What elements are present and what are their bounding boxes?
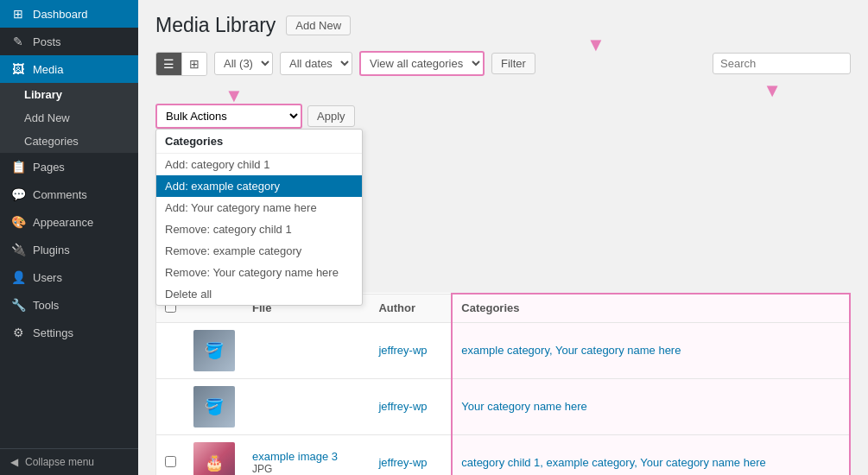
row1-thumbnail: 🪣 [193, 330, 235, 371]
sidebar-item-settings[interactable]: ⚙ Settings [0, 319, 138, 346]
row3-file-cell: example image 3 JPG [244, 434, 370, 475]
dropdown-item-add-child[interactable]: Add: category child 1 [156, 154, 362, 175]
view-toggle: ☰ ⊞ [155, 52, 207, 76]
table-row: 🎂 example image 3 JPG jeffrey-wp categor… [156, 434, 851, 475]
search-down-arrow-icon: ▼ [763, 79, 782, 102]
page-title: Media Library [155, 14, 276, 37]
row3-file-type: JPG [252, 463, 361, 475]
arrow-indicator-top: ▼ [527, 35, 665, 54]
sidebar-item-users[interactable]: 👤 Users [0, 263, 138, 291]
sidebar-item-label: Plugins [33, 244, 70, 256]
dropdown-item-add-example[interactable]: Add: example category [156, 175, 362, 197]
collapse-label: Collapse menu [25, 456, 94, 468]
comments-icon: 💬 [10, 187, 26, 201]
media-icon: 🖼 [10, 62, 26, 76]
dropdown-item-remove-child[interactable]: Remove: category child 1 [156, 218, 362, 240]
dropdown-item-remove-example[interactable]: Remove: example category [156, 240, 362, 262]
sidebar-item-label: Comments [33, 188, 87, 201]
apply-top-button[interactable]: Apply [307, 105, 355, 127]
sidebar-item-media[interactable]: 🖼 Media [0, 55, 138, 83]
row1-author-link[interactable]: jeffrey-wp [378, 344, 427, 357]
row1-checkbox-cell [156, 322, 186, 378]
row2-thumb-cell: 🪣 [185, 378, 244, 434]
dates-filter-select[interactable]: All dates [280, 52, 352, 75]
sidebar-sub-categories[interactable]: Categories [0, 130, 138, 153]
down-arrow-icon: ▼ [586, 35, 605, 54]
bulk-arrow-area: ▼ [225, 85, 244, 107]
sidebar-item-label: Dashboard [33, 8, 88, 21]
bulk-down-arrow-icon: ▼ [225, 85, 244, 106]
page-title-row: Media Library Add New [155, 14, 851, 37]
sidebar-item-appearance[interactable]: 🎨 Appearance [0, 208, 138, 236]
add-new-button[interactable]: Add New [286, 16, 351, 35]
bulk-top-row: ▼ Bulk Actions Apply [155, 104, 851, 129]
row3-checkbox[interactable] [165, 456, 176, 467]
row2-categories: Your category name here [461, 400, 587, 413]
collapse-menu[interactable]: ◀ Collapse menu [0, 448, 138, 475]
row1-author-cell: jeffrey-wp [370, 322, 452, 378]
row2-categories-cell: Your category name here [452, 378, 850, 434]
th-author: Author [370, 294, 452, 322]
dashboard-icon: ⊞ [10, 7, 26, 21]
row2-author-link[interactable]: jeffrey-wp [378, 400, 427, 413]
search-arrow-area: ▼ [155, 79, 782, 102]
sidebar-item-tools[interactable]: 🔧 Tools [0, 291, 138, 319]
view-categories-select[interactable]: View all categories [359, 51, 485, 76]
grid-view-button[interactable]: ⊞ [181, 53, 206, 75]
appearance-icon: 🎨 [10, 215, 26, 229]
row3-author-link[interactable]: jeffrey-wp [378, 456, 427, 469]
search-input[interactable] [713, 53, 851, 74]
row1-categories-cell: example category, Your category name her… [452, 322, 850, 378]
sidebar: ⊞ Dashboard ✎ Posts 🖼 Media Library Add … [0, 0, 138, 475]
row1-file-cell [244, 322, 370, 378]
media-submenu: Library Add New Categories [0, 83, 138, 153]
sidebar-item-comments[interactable]: 💬 Comments [0, 180, 138, 208]
row3-author-cell: jeffrey-wp [370, 434, 452, 475]
row1-categories: example category, Your category name her… [461, 344, 681, 357]
settings-icon: ⚙ [10, 326, 26, 339]
row3-categories-cell: category child 1, example category, Your… [452, 434, 850, 475]
all-filter-select[interactable]: All (3) [214, 52, 273, 75]
bulk-actions-top-select[interactable]: Bulk Actions [155, 104, 302, 129]
row2-file-cell [244, 378, 370, 434]
filter-button[interactable]: Filter [491, 53, 535, 74]
main-content: Media Library Add New ▼ ☰ ⊞ All (3) All … [138, 0, 868, 475]
pages-icon: 📋 [10, 160, 26, 174]
users-icon: 👤 [10, 270, 26, 284]
table-row: 🪣 jeffrey-wp Your category name here [156, 378, 851, 434]
dropdown-item-remove-your[interactable]: Remove: Your category name here [156, 262, 362, 283]
sidebar-sub-add-new[interactable]: Add New [0, 106, 138, 130]
sidebar-item-posts[interactable]: ✎ Posts [0, 28, 138, 55]
th-categories: Categories [452, 294, 850, 322]
table-row: 🪣 jeffrey-wp example category, Your cate… [156, 322, 851, 378]
categories-label: Categories [24, 135, 79, 148]
sidebar-item-label: Pages [33, 161, 65, 174]
row2-checkbox-cell [156, 378, 186, 434]
media-table: File Author Categories 🪣 jeffre [155, 293, 851, 475]
sidebar-item-plugins[interactable]: 🔌 Plugins [0, 236, 138, 263]
row3-thumb-cell: 🎂 [185, 434, 244, 475]
sidebar-item-dashboard[interactable]: ⊞ Dashboard [0, 0, 138, 28]
row3-thumbnail: 🎂 [193, 442, 235, 476]
sidebar-item-label: Appearance [33, 216, 93, 229]
row2-thumbnail: 🪣 [193, 386, 235, 428]
bulk-dropdown-menu: Categories Add: category child 1 Add: ex… [155, 129, 363, 306]
posts-icon: ✎ [10, 35, 26, 48]
sidebar-item-label: Settings [33, 326, 73, 339]
plugins-icon: 🔌 [10, 243, 26, 256]
row3-checkbox-cell [156, 434, 186, 475]
sidebar-item-label: Posts [33, 35, 61, 48]
bulk-top-area: ▼ Bulk Actions Apply Categories Add: cat… [155, 104, 851, 129]
row3-categories: category child 1, example category, Your… [461, 456, 765, 469]
dropdown-item-delete-all[interactable]: Delete all [156, 283, 362, 305]
sidebar-sub-library[interactable]: Library [0, 83, 138, 106]
dropdown-header: Categories [156, 130, 362, 154]
toolbar-row: ☰ ⊞ All (3) All dates View all categorie… [155, 51, 851, 76]
add-new-label: Add New [24, 111, 70, 124]
content-area: Media Library Add New ▼ ☰ ⊞ All (3) All … [138, 0, 868, 475]
dropdown-item-add-your[interactable]: Add: Your category name here [156, 197, 362, 218]
list-view-button[interactable]: ☰ [156, 53, 181, 75]
sidebar-item-pages[interactable]: 📋 Pages [0, 153, 138, 180]
row1-thumb-cell: 🪣 [185, 322, 244, 378]
tools-icon: 🔧 [10, 298, 26, 312]
